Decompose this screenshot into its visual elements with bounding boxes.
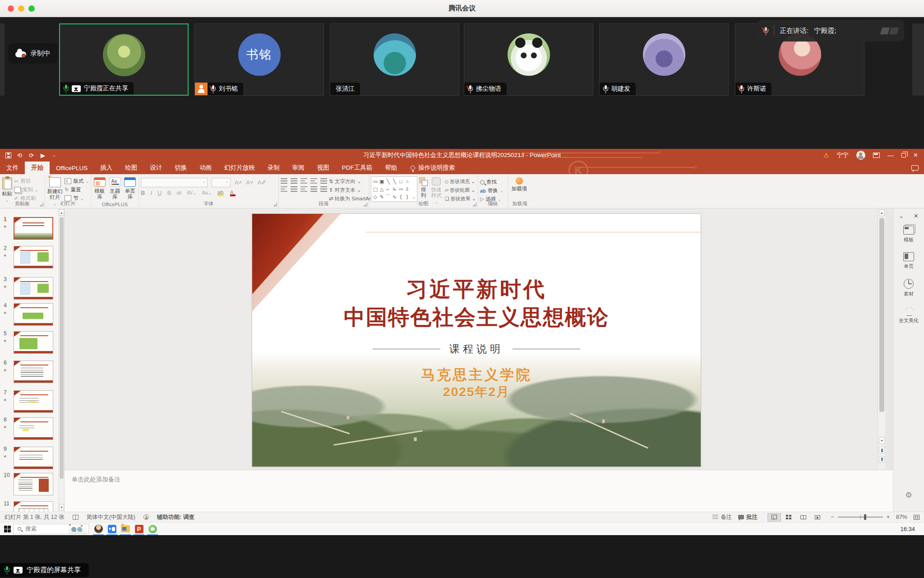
tab-review[interactable]: 审阅 [286,162,311,174]
dialog-launcher-icon[interactable] [364,203,367,206]
align-center-button[interactable] [291,186,297,192]
taskbar-app-contacts[interactable] [92,523,105,535]
previous-slide-button[interactable]: ▲▲ [879,447,885,453]
reset-button[interactable]: ↻重置 [65,186,89,193]
font-name-select[interactable] [141,178,208,187]
change-case-button[interactable]: Aa⌄ [202,190,212,196]
dialog-launcher-icon[interactable] [473,203,476,206]
align-right-button[interactable] [300,186,307,192]
paste-button[interactable]: 粘贴⌄ [2,176,12,203]
theme-library-button[interactable]: 主题库 [108,176,122,200]
settings-gear-icon[interactable]: ⚙ [893,490,924,500]
video-tile-ningdianxia[interactable]: 宁殿霞正在共享 [59,23,189,96]
normal-view-button[interactable] [767,513,781,522]
clear-formatting-button[interactable]: A✐ [258,179,267,186]
feedback-icon[interactable] [911,162,919,174]
layout-button[interactable]: 版式⌄ [65,178,89,185]
cut-button[interactable]: ✂剪切 [14,178,38,185]
slide-date[interactable]: 2025年2月 [252,384,701,401]
taskbar-clock[interactable]: 16:34 [900,526,924,532]
mac-close-button[interactable] [8,5,14,12]
video-tile-hujianfa[interactable]: 胡建发 [599,23,729,96]
scroll-down-icon[interactable]: ▼ [879,437,885,444]
recording-indicator[interactable]: 录制中 [8,43,58,64]
slide-sorter-view-button[interactable] [782,513,795,522]
slide-title-line1[interactable]: 习近平新时代 [252,275,701,304]
scrollbar-thumb[interactable] [60,217,64,479]
taskbar-search[interactable] [13,524,89,534]
slide-subtitle[interactable]: 课程说明 [252,342,701,356]
tab-insert[interactable]: 插入 [94,162,119,174]
scroll-up-icon[interactable]: ▲ [879,209,885,216]
video-tile-zhangqingjiang[interactable]: 张清江 [330,23,459,96]
tab-help[interactable]: 帮助 [379,162,403,174]
underline-button[interactable]: U [157,190,162,196]
columns-button[interactable] [320,186,327,192]
addins-button[interactable]: 加载项 [510,176,529,192]
video-tile-fuchenwuyu[interactable]: 拂尘物语 [464,23,593,96]
tab-design[interactable]: 设计 [143,162,168,174]
tab-officeplus[interactable]: OfficePLUS [50,162,94,174]
redo-icon[interactable]: ⟳ [29,153,35,158]
slide-organization[interactable]: 马克思主义学院 [252,365,701,384]
shrink-font-button[interactable]: A˅ [246,179,253,186]
scrollbar-thumb[interactable] [879,218,884,412]
save-icon[interactable] [5,153,11,158]
mac-fullscreen-button[interactable] [28,5,35,12]
search-widget-image[interactable] [69,524,87,534]
line-spacing-button[interactable] [320,178,327,184]
shape-outline-button[interactable]: ▱ 形状轮廓 ⌄ [445,187,476,194]
notes-placeholder[interactable]: 单击此处添加备注 [65,470,893,489]
shapes-gallery[interactable]: ▭▣╲╲□○ ▢△⌐↳⇨⇩ ◇✎⌒∿{} [371,176,417,202]
zoom-percentage[interactable]: 87% [896,514,907,520]
accessibility-status[interactable]: 辅助功能: 调查 [157,513,194,521]
dialog-launcher-icon[interactable] [40,203,43,206]
ribbon-display-options-icon[interactable] [873,153,880,158]
italic-button[interactable]: I [150,190,152,196]
restore-button[interactable] [901,153,906,157]
justify-button[interactable] [310,186,317,192]
zoom-out-button[interactable]: − [831,514,834,520]
start-slideshow-icon[interactable]: ▶ [41,153,46,158]
mac-minimize-button[interactable] [18,5,24,12]
scroll-down-icon[interactable]: ▼ [59,504,64,510]
font-color-button[interactable]: A [230,190,237,196]
scroll-up-icon[interactable]: ▲ [59,209,64,216]
sidepanel-template[interactable]: 模板 [893,226,924,243]
tab-view[interactable]: 视图 [311,162,336,174]
strikethrough-button[interactable]: S [167,190,171,196]
next-slide-button[interactable]: ▼▼ [879,456,885,463]
notes-toggle[interactable]: 备注 [712,513,732,521]
spellcheck-icon[interactable] [73,515,79,520]
replace-button[interactable]: ab替换⌄ [480,187,503,194]
tab-slideshow[interactable]: 幻灯片放映 [218,162,261,174]
slide-scrollbar[interactable]: ▲ ▼ ▲▲ ▼▼ [878,209,885,470]
video-tile-liushuming[interactable]: 书铭 刘书铭 [194,23,324,96]
screen-share-badge[interactable]: 宁殿霞的屏幕共享 [0,563,89,577]
grow-font-button[interactable]: A˄ [235,179,242,186]
warning-icon[interactable]: ⚠ [823,152,829,159]
find-button[interactable]: 查找 [480,179,503,185]
slide-1-editing-view[interactable]: 习近平新时代 中国特色社会主义思想概论 课程说明 马克思主义学院 2025年2月 [252,214,701,467]
tab-pdf-tools[interactable]: PDF工具箱 [336,162,379,174]
fit-to-window-icon[interactable] [914,515,919,520]
sidepanel-assets[interactable]: 素材 [893,279,924,297]
panel-collapse-icon[interactable]: ⌄ [899,213,904,219]
slide-canvas[interactable]: 习近平新时代 中国特色社会主义思想概论 课程说明 马克思主义学院 2025年2月 [65,209,885,470]
shape-fill-button[interactable]: ◇ 形状填充 ⌄ [445,178,476,185]
sidepanel-beautify[interactable]: 全文美化 [893,306,924,324]
tab-home[interactable]: 开始 [25,162,50,174]
decrease-indent-button[interactable] [300,178,307,184]
taskbar-app-explorer[interactable] [119,523,132,535]
zoom-in-button[interactable]: + [887,514,890,520]
undo-icon[interactable]: ⟲ [17,153,23,158]
slide-title-line2[interactable]: 中国特色社会主义思想概论 [252,303,701,332]
char-spacing-button[interactable]: AV⌄ [187,190,196,195]
reading-view-button[interactable] [796,513,810,522]
align-left-button[interactable] [281,186,287,192]
copy-button[interactable]: 复制⌄ [14,186,38,193]
comments-toggle[interactable]: 批注 [738,513,758,521]
taskbar-app-wechat[interactable] [146,523,159,535]
tab-animations[interactable]: 动画 [193,162,218,174]
customize-quick-access-icon[interactable]: ⌄ [52,153,58,158]
